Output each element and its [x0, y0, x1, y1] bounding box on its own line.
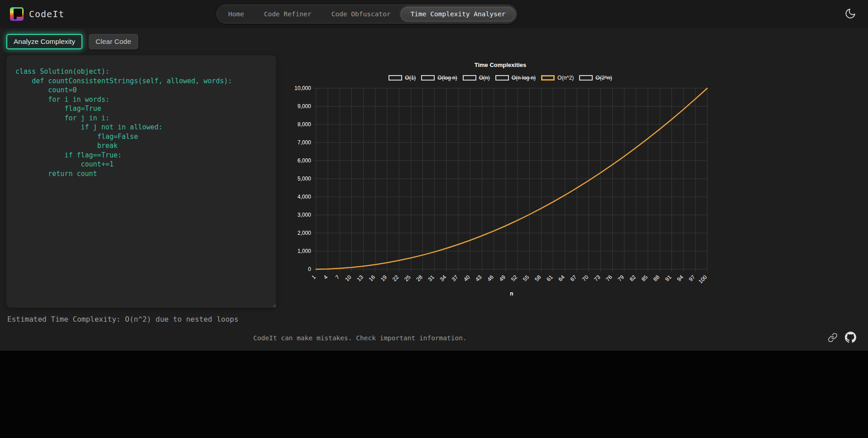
chart-title: Time Complexities: [290, 62, 711, 68]
legend-item[interactable]: O(log n): [421, 75, 457, 81]
codeit-logo-icon: [10, 7, 24, 21]
svg-text:70: 70: [581, 274, 590, 283]
svg-text:64: 64: [557, 274, 566, 283]
legend-item[interactable]: O(n log n): [495, 75, 536, 81]
svg-text:67: 67: [569, 274, 578, 283]
legend-label: O(n log n): [512, 75, 536, 81]
code-input[interactable]: class Solution(object): def countConsist…: [6, 55, 276, 308]
nav-item-code-refiner[interactable]: Code Refiner: [254, 7, 321, 21]
svg-text:49: 49: [498, 274, 507, 283]
legend-box: [579, 75, 593, 81]
svg-text:0: 0: [308, 266, 311, 272]
svg-text:4,000: 4,000: [297, 194, 311, 200]
svg-text:97: 97: [688, 274, 697, 283]
footer: CodeIt can make mistakes. Check importan…: [0, 329, 868, 351]
share-link-button[interactable]: [828, 333, 838, 343]
main-nav: Home Code Refiner Code Obfuscator Time C…: [216, 5, 517, 24]
svg-text:3,000: 3,000: [297, 212, 311, 218]
legend-box: [388, 75, 402, 81]
svg-text:88: 88: [652, 274, 661, 283]
complexity-chart[interactable]: 01,0002,0003,0004,0005,0006,0007,0008,00…: [290, 83, 711, 299]
svg-text:10,000: 10,000: [294, 85, 311, 91]
svg-text:73: 73: [593, 274, 602, 283]
svg-text:1,000: 1,000: [297, 248, 311, 254]
svg-text:22: 22: [391, 274, 400, 283]
svg-text:76: 76: [604, 274, 614, 283]
legend-box: [463, 75, 476, 81]
brand-title: CodeIt: [29, 9, 64, 19]
legend-label: O(n^2): [557, 75, 574, 81]
github-button[interactable]: [845, 332, 856, 343]
nav-item-code-obfuscator[interactable]: Code Obfuscator: [321, 7, 401, 21]
legend-label: O(1): [405, 75, 416, 81]
legend-item[interactable]: O(n): [463, 75, 490, 81]
svg-text:79: 79: [617, 274, 626, 283]
svg-text:94: 94: [676, 274, 685, 283]
svg-text:52: 52: [510, 274, 519, 283]
analyze-complexity-button[interactable]: Analyze Complexity: [6, 34, 82, 49]
svg-text:13: 13: [356, 274, 365, 283]
footer-icons: [828, 332, 856, 343]
legend-box: [495, 75, 509, 81]
svg-text:5,000: 5,000: [297, 176, 311, 182]
svg-text:n: n: [510, 290, 513, 297]
svg-text:9,000: 9,000: [297, 103, 311, 110]
nav-item-home[interactable]: Home: [218, 7, 254, 21]
nav-item-time-complexity-analyser[interactable]: Time Complexity Analyser: [401, 7, 516, 21]
svg-text:7,000: 7,000: [297, 139, 311, 146]
svg-text:46: 46: [486, 274, 495, 283]
logo-dot: [14, 16, 17, 19]
svg-text:4: 4: [322, 274, 329, 281]
editor-column: class Solution(object): def countConsist…: [6, 55, 276, 324]
brand[interactable]: CodeIt: [10, 7, 64, 21]
svg-text:25: 25: [403, 274, 412, 283]
svg-text:85: 85: [640, 274, 649, 283]
svg-text:16: 16: [368, 274, 377, 283]
legend-item[interactable]: O(1): [388, 75, 416, 81]
svg-text:7: 7: [334, 274, 341, 281]
moon-icon: [844, 8, 856, 19]
legend-box: [421, 75, 435, 81]
github-icon: [845, 332, 856, 343]
svg-text:61: 61: [545, 274, 554, 283]
svg-text:58: 58: [533, 274, 542, 283]
svg-text:10: 10: [344, 274, 353, 283]
svg-text:82: 82: [628, 274, 638, 283]
svg-text:8,000: 8,000: [297, 121, 311, 128]
svg-text:1: 1: [310, 274, 317, 281]
logo-shape: [14, 9, 22, 17]
svg-text:40: 40: [462, 274, 471, 283]
legend-label: O(log n): [437, 75, 457, 81]
legend-label: O(n): [479, 75, 490, 81]
svg-text:55: 55: [522, 274, 531, 283]
chart-column: Time Complexities O(1)O(log n)O(n)O(n lo…: [290, 55, 711, 299]
legend-item[interactable]: O(n^2): [541, 75, 574, 81]
main-content: class Solution(object): def countConsist…: [0, 55, 868, 324]
clear-code-button[interactable]: Clear Code: [89, 34, 138, 49]
toolbar: Analyze Complexity Clear Code: [0, 28, 868, 55]
theme-toggle-button[interactable]: [843, 6, 858, 23]
complexity-result-text: Estimated Time Complexity: O(n^2) due to…: [7, 315, 275, 324]
svg-text:19: 19: [379, 274, 388, 283]
chart-legend: O(1)O(log n)O(n)O(n log n)O(n^2)O(2^n): [290, 75, 711, 81]
svg-text:28: 28: [415, 274, 424, 283]
svg-text:100: 100: [697, 274, 708, 285]
app-window: CodeIt Home Code Refiner Code Obfuscator…: [0, 0, 868, 351]
link-icon: [828, 333, 838, 343]
header: CodeIt Home Code Refiner Code Obfuscator…: [0, 0, 868, 28]
svg-text:31: 31: [427, 274, 436, 283]
legend-box: [541, 75, 555, 81]
svg-text:43: 43: [474, 274, 483, 283]
legend-label: O(2^n): [595, 75, 612, 81]
svg-text:91: 91: [664, 274, 673, 283]
legend-item[interactable]: O(2^n): [579, 75, 612, 81]
svg-text:37: 37: [451, 274, 460, 283]
svg-text:34: 34: [439, 274, 448, 283]
svg-text:6,000: 6,000: [297, 157, 311, 164]
svg-text:2,000: 2,000: [297, 230, 311, 236]
disclaimer-text: CodeIt can make mistakes. Check importan…: [0, 334, 720, 342]
